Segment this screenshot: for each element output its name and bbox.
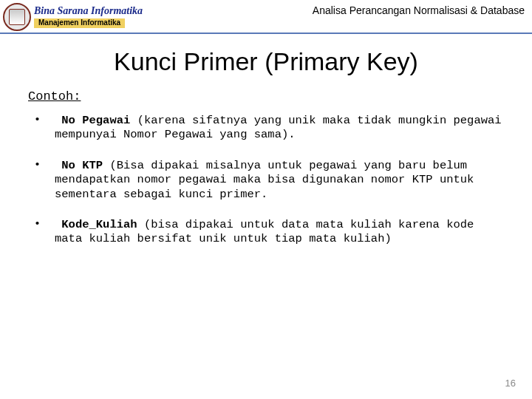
course-title: Analisa Perancangan Normalisasi & Databa… [313, 3, 525, 16]
institution-logo-block: Bina Sarana Informatika Manajemen Inform… [3, 3, 143, 31]
header-divider [0, 33, 532, 34]
term: Kode_Kuliah [61, 218, 137, 231]
institution-name: Bina Sarana Informatika [34, 6, 143, 17]
list-item: Kode_Kuliah (bisa dipakai untuk data mat… [30, 218, 502, 247]
subheading: Contoh: [28, 89, 532, 103]
list-item: No KTP (Bisa dipakai misalnya untuk pega… [30, 159, 502, 202]
slide-title: Kunci Primer (Primary Key) [0, 47, 532, 76]
institution-logo-icon [3, 3, 31, 31]
list-item: No Pegawai (karena sifatnya yang unik ma… [30, 114, 502, 143]
header: Bina Sarana Informatika Manajemen Inform… [0, 0, 532, 31]
term: No Pegawai [61, 114, 130, 127]
desc: (Bisa dipakai misalnya untuk pegawai yan… [55, 159, 474, 201]
department-label: Manajemen Informatika [34, 18, 125, 28]
bullet-list: No Pegawai (karena sifatnya yang unik ma… [30, 114, 502, 247]
institution-text: Bina Sarana Informatika Manajemen Inform… [34, 6, 143, 27]
page-number: 16 [505, 378, 516, 389]
term: No KTP [61, 159, 103, 172]
